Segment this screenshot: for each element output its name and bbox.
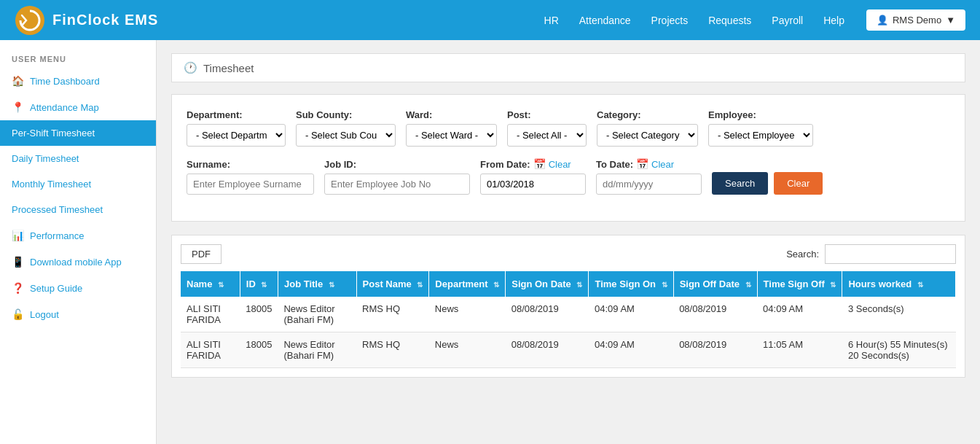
cell-sign-on-date: 08/08/2019 <box>506 297 589 332</box>
user-name: RMS Demo <box>893 15 941 26</box>
page-header: 🕐 Timesheet <box>171 53 965 82</box>
map-pin-icon: 📍 <box>12 101 24 113</box>
cell-time-sign-on: 04:09 AM <box>589 332 673 368</box>
fromdate-label: From Date: <box>480 159 530 170</box>
post-select[interactable]: - Select All - <box>507 124 587 147</box>
cell-name: ALI SITI FARIDA <box>181 332 240 368</box>
todate-clear-link[interactable]: Clear <box>651 159 674 170</box>
calendar-icon[interactable]: 📅 <box>636 158 648 170</box>
table-search-area: Search: <box>786 244 956 264</box>
employee-select[interactable]: - Select Employee <box>708 124 813 147</box>
todate-filter-group: To Date: 📅 Clear <box>596 158 702 195</box>
col-time-sign-off[interactable]: Time Sign Off ⇅ <box>757 271 842 297</box>
col-sign-on-date[interactable]: Sign On Date ⇅ <box>506 271 589 297</box>
department-select[interactable]: - Select Departm <box>187 124 286 147</box>
col-hours-worked[interactable]: Hours worked ⇅ <box>842 271 956 297</box>
sidebar-item-attendance-map[interactable]: 📍 Attendance Map <box>0 94 156 120</box>
fromdate-filter-group: From Date: 📅 Clear <box>480 158 586 195</box>
sidebar-item-label: Processed Timesheet <box>12 204 103 215</box>
user-icon: 👤 <box>877 15 888 26</box>
sidebar-item-monthly-timesheet[interactable]: Monthly Timesheet <box>0 171 156 197</box>
sort-icon: ⇅ <box>261 281 267 289</box>
ward-filter-group: Ward: - Select Ward - <box>406 109 497 147</box>
table-search-label: Search: <box>786 249 819 260</box>
sidebar-item-download-mobile-app[interactable]: 📱 Download mobile App <box>0 249 156 275</box>
calendar-icon[interactable]: 📅 <box>533 158 546 170</box>
sidebar-item-label: Time Dashboard <box>30 76 100 87</box>
sidebar-item-per-shift-timesheet[interactable]: Per-Shift Timesheet <box>0 120 156 146</box>
cell-name: ALI SITI FARIDA <box>181 297 240 332</box>
sort-icon: ⇅ <box>830 281 836 289</box>
sort-icon: ⇅ <box>329 281 334 289</box>
col-department[interactable]: Department ⇅ <box>429 271 506 297</box>
cell-post-name: RMS HQ <box>356 332 429 368</box>
col-name[interactable]: Name ⇅ <box>181 271 240 297</box>
cell-department: News <box>429 332 506 368</box>
clear-button[interactable]: Clear <box>774 172 823 195</box>
col-time-sign-on[interactable]: Time Sign On ⇅ <box>589 271 673 297</box>
sidebar-item-processed-timesheet[interactable]: Processed Timesheet <box>0 197 156 222</box>
jobid-label: Job ID: <box>324 159 470 170</box>
sidebar-item-label: Setup Guide <box>30 283 82 294</box>
surname-label: Surname: <box>187 159 314 170</box>
col-job-title[interactable]: Job Title ⇅ <box>278 271 356 297</box>
table-row: ALI SITI FARIDA 18005 News Editor (Bahar… <box>181 332 956 368</box>
surname-input[interactable] <box>187 174 314 195</box>
search-button[interactable]: Search <box>712 172 768 195</box>
user-menu-button[interactable]: 👤 RMS Demo ▼ <box>866 9 965 31</box>
category-filter-group: Category: - Select Category <box>597 109 698 147</box>
sidebar-section-label: USER MENU <box>0 47 156 68</box>
col-post-name[interactable]: Post Name ⇅ <box>356 271 429 297</box>
sort-icon: ⇅ <box>417 281 423 289</box>
sidebar-item-setup-guide[interactable]: ❓ Setup Guide <box>0 275 156 301</box>
fromdate-clear-link[interactable]: Clear <box>549 159 571 170</box>
nav-hr[interactable]: HR <box>544 15 559 26</box>
ward-select[interactable]: - Select Ward - <box>406 124 497 147</box>
sort-icon: ⇅ <box>218 281 224 289</box>
data-table: Name ⇅ ID ⇅ Job Title ⇅ Post Name ⇅ Depa… <box>181 271 956 368</box>
todate-input[interactable] <box>596 174 702 195</box>
sidebar-item-label: Logout <box>30 309 59 320</box>
brand: FinClock EMS <box>15 5 158 36</box>
table-header-row: Name ⇅ ID ⇅ Job Title ⇅ Post Name ⇅ Depa… <box>181 271 956 297</box>
department-filter-group: Department: - Select Departm <box>187 109 286 147</box>
brand-name: FinClock EMS <box>52 12 158 28</box>
main-content: 🕐 Timesheet Department: - Select Departm… <box>157 40 980 444</box>
nav-projects[interactable]: Projects <box>651 15 689 26</box>
clock-icon: 🕐 <box>184 61 197 74</box>
fromdate-input[interactable] <box>480 174 586 195</box>
post-label: Post: <box>507 109 587 120</box>
sidebar-item-label: Monthly Timesheet <box>12 179 91 190</box>
subcounty-select[interactable]: - Select Sub Cou <box>296 124 396 147</box>
home-icon: 🏠 <box>12 75 24 87</box>
sidebar-item-logout[interactable]: 🔓 Logout <box>0 301 156 327</box>
cell-id: 18005 <box>240 332 278 368</box>
filter-row-1: Department: - Select Departm Sub County:… <box>187 109 950 147</box>
ward-label: Ward: <box>406 109 497 120</box>
sidebar-item-daily-timesheet[interactable]: Daily Timesheet <box>0 146 156 171</box>
col-id[interactable]: ID ⇅ <box>240 271 278 297</box>
nav-requests[interactable]: Requests <box>708 15 751 26</box>
pdf-button[interactable]: PDF <box>181 244 222 264</box>
col-sign-off-date[interactable]: Sign Off Date ⇅ <box>673 271 757 297</box>
cell-sign-off-date: 08/08/2019 <box>673 332 757 368</box>
bar-chart-icon: 📊 <box>12 230 24 241</box>
sidebar-item-label: Performance <box>30 230 84 241</box>
sidebar-item-label: Daily Timesheet <box>12 153 79 164</box>
table-search-input[interactable] <box>825 244 956 264</box>
question-icon: ❓ <box>12 282 24 294</box>
sort-icon: ⇅ <box>662 281 667 289</box>
sidebar-item-time-dashboard[interactable]: 🏠 Time Dashboard <box>0 68 156 94</box>
sort-icon: ⇅ <box>917 281 923 289</box>
sidebar-item-performance[interactable]: 📊 Performance <box>0 222 156 249</box>
nav-attendance[interactable]: Attendance <box>579 15 631 26</box>
cell-id: 18005 <box>240 297 278 332</box>
jobid-filter-group: Job ID: <box>324 159 470 195</box>
table-toolbar: PDF Search: <box>181 244 956 264</box>
nav-help[interactable]: Help <box>823 15 844 26</box>
sidebar-item-label: Download mobile App <box>30 257 122 268</box>
jobid-input[interactable] <box>324 174 470 195</box>
category-select[interactable]: - Select Category <box>597 124 698 147</box>
cell-job-title: News Editor (Bahari FM) <box>278 332 356 368</box>
nav-payroll[interactable]: Payroll <box>772 15 803 26</box>
